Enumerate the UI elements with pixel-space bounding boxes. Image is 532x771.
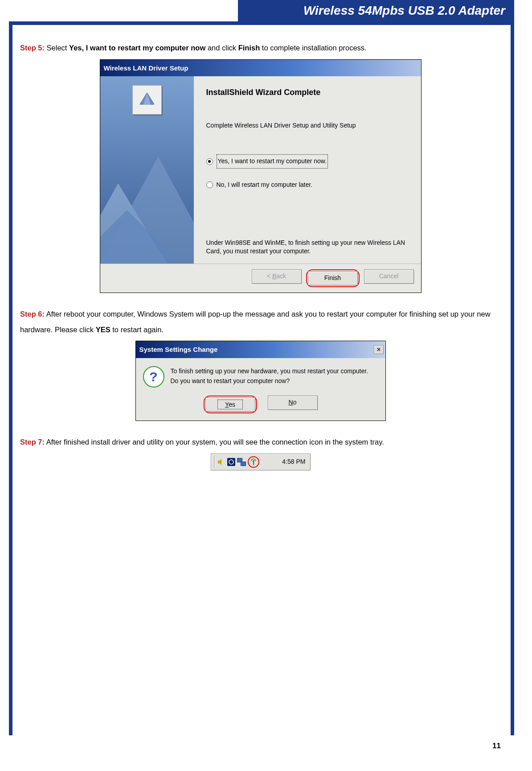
wizard-heading: InstallShield Wizard Complete (206, 84, 409, 101)
msg-buttons: Yes No (136, 392, 385, 421)
wizard-body: InstallShield Wizard Complete Complete W… (100, 76, 421, 264)
svg-point-6 (229, 460, 233, 464)
figure-wizard-wrap: Wireless LAN Driver Setup InstallS (20, 59, 501, 293)
back-button: < Back (252, 269, 302, 284)
close-button[interactable]: ✕ (374, 345, 384, 354)
finish-highlight: Finish (306, 269, 360, 287)
finish-button-label: Finish (324, 272, 341, 284)
wireless-connection-icon[interactable] (250, 458, 258, 466)
close-icon: ✕ (376, 344, 381, 355)
step6-label: Step 6: (20, 310, 45, 318)
step5-paragraph: Step 5: Select Yes, I want to restart my… (20, 40, 501, 56)
network-icon[interactable] (237, 458, 246, 466)
wizard-main-panel: InstallShield Wizard Complete Complete W… (194, 76, 421, 264)
wireless-icon-highlight (248, 456, 259, 468)
wizard-subtext: Complete Wireless LAN Driver Setup and U… (206, 119, 409, 132)
msg-title-text: System Settings Change (139, 342, 218, 357)
step5-selection: Yes, I want to restart my computer now (69, 44, 205, 52)
back-button-label: < Back (267, 270, 286, 283)
step5-button-name: Finish (238, 44, 260, 52)
question-icon: ? (143, 366, 164, 388)
radio-unselected-icon (206, 181, 213, 188)
svg-point-7 (253, 460, 254, 462)
display-icon[interactable] (227, 458, 235, 466)
step7-text: After finished install driver and utilit… (45, 438, 384, 446)
wizard-note: Under Win98SE and WinME, to finish setti… (206, 239, 409, 256)
msg-text: To finish setting up your new hardware, … (171, 366, 368, 388)
wizard-footer: < Back Finish Cancel (100, 264, 421, 293)
msg-line2: Do you want to restart your computer now… (171, 376, 368, 386)
radio-restart-now-label: Yes, I want to restart my computer now. (217, 154, 328, 168)
frame-left (9, 21, 12, 735)
content-area: Step 5: Select Yes, I want to restart my… (20, 40, 501, 484)
wizard-side-panel (100, 76, 194, 264)
step7-label: Step 7: (20, 438, 45, 446)
step5-mid: and click (205, 44, 238, 52)
radio-restart-now[interactable]: Yes, I want to restart my computer now. (206, 154, 409, 168)
step7-paragraph: Step 7: After finished install driver an… (20, 434, 501, 450)
yes-button[interactable]: Yes (205, 397, 255, 412)
yes-button-label: Yes (217, 400, 243, 409)
yes-highlight: Yes (204, 396, 257, 413)
svg-marker-5 (218, 459, 221, 465)
cancel-button: Cancel (364, 269, 414, 284)
step6-line2: to restart again. (110, 326, 164, 334)
cancel-button-label: Cancel (379, 270, 399, 283)
document-page: Wireless 54Mpbs USB 2.0 Adapter Step 5: … (0, 0, 532, 771)
figure-tray-wrap: 4:58 PM (20, 454, 501, 470)
step6-yes: YES (96, 326, 110, 334)
step5-pre: Select (45, 44, 69, 52)
msg-titlebar: System Settings Change ✕ (136, 341, 385, 358)
tray-separator (214, 456, 215, 468)
install-wizard-window: Wireless LAN Driver Setup InstallS (100, 59, 422, 293)
side-background-graphic (100, 130, 194, 264)
volume-icon[interactable] (217, 458, 225, 466)
header-banner: Wireless 54Mpbs USB 2.0 Adapter (238, 0, 514, 21)
no-button[interactable]: No (268, 396, 318, 410)
finish-button[interactable]: Finish (308, 271, 358, 285)
step5-post: to complete installation process. (260, 44, 366, 52)
step6-line1: After reboot your computer, Windows Syst… (20, 310, 491, 334)
wizard-titlebar: Wireless LAN Driver Setup (100, 60, 421, 77)
msg-line1: To finish setting up your new hardware, … (171, 366, 368, 376)
step5-label: Step 5: (20, 44, 45, 52)
frame-right (511, 21, 514, 735)
system-tray: 4:58 PM (211, 454, 311, 470)
tray-clock: 4:58 PM (282, 455, 307, 468)
radio-selected-icon (206, 158, 213, 165)
radio-restart-later[interactable]: No, I will restart my computer later. (206, 178, 409, 191)
figure-msg-wrap: System Settings Change ✕ ? To finish set… (20, 341, 501, 421)
system-settings-dialog: System Settings Change ✕ ? To finish set… (135, 341, 386, 421)
page-number: 11 (492, 742, 501, 750)
banner-title: Wireless 54Mpbs USB 2.0 Adapter (303, 4, 505, 18)
radio-restart-later-label: No, I will restart my computer later. (217, 178, 313, 191)
msg-body: ? To finish setting up your new hardware… (136, 358, 385, 392)
no-button-label: No (289, 396, 297, 409)
installshield-logo-icon (132, 85, 162, 115)
frame-top (9, 21, 514, 25)
step6-paragraph: Step 6: After reboot your computer, Wind… (20, 306, 501, 337)
